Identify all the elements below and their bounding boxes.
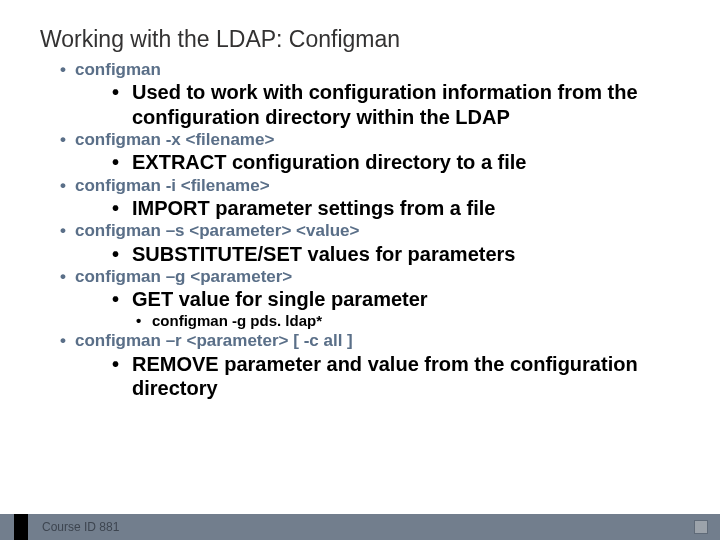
list-item: configman –s <parameter> <value> SUBSTIT… xyxy=(40,220,690,266)
desc-line: SUBSTITUTE/SET values for parameters xyxy=(112,242,690,266)
desc-line: IMPORT parameter settings from a file xyxy=(112,196,690,220)
cmd-line: configman –g <parameter> xyxy=(40,266,690,287)
example-line: configman -g pds. ldap* xyxy=(136,312,690,331)
footer-bar: Course ID 881 xyxy=(0,514,720,540)
slide-title: Working with the LDAP: Configman xyxy=(40,26,690,53)
desc-line: REMOVE parameter and value from the conf… xyxy=(112,352,690,401)
cmd-line: configman xyxy=(40,59,690,80)
footer-slide-indicator-icon xyxy=(694,520,708,534)
bullet-list: configman Used to work with configuratio… xyxy=(40,59,690,400)
list-item: configman –g <parameter> GET value for s… xyxy=(40,266,690,330)
slide-content: Working with the LDAP: Configman configm… xyxy=(40,26,690,400)
list-item: configman -i <filename> IMPORT parameter… xyxy=(40,175,690,221)
list-item: configman –r <parameter> [ -c all ] REMO… xyxy=(40,330,690,400)
slide: Working with the LDAP: Configman configm… xyxy=(0,0,720,540)
footer-text: Course ID 881 xyxy=(42,514,119,540)
desc-line: Used to work with configuration informat… xyxy=(112,80,690,129)
list-item: configman Used to work with configuratio… xyxy=(40,59,690,129)
footer-marker-icon xyxy=(14,514,28,540)
cmd-line: configman –s <parameter> <value> xyxy=(40,220,690,241)
desc-line: EXTRACT configuration directory to a fil… xyxy=(112,150,690,174)
list-item: configman -x <filename> EXTRACT configur… xyxy=(40,129,690,175)
cmd-line: configman -x <filename> xyxy=(40,129,690,150)
cmd-line: configman -i <filename> xyxy=(40,175,690,196)
desc-line: GET value for single parameter xyxy=(112,287,690,311)
cmd-line: configman –r <parameter> [ -c all ] xyxy=(40,330,690,351)
